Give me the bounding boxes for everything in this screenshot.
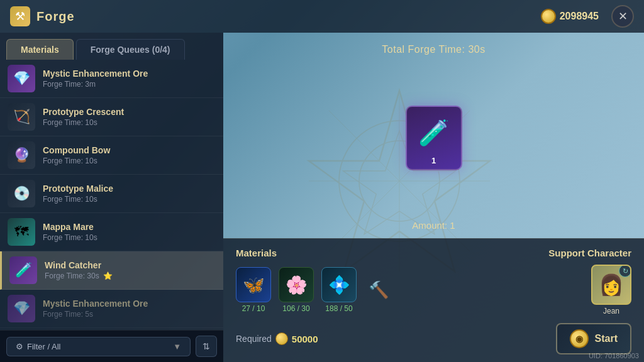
item-info: Prototype Crescent Forge Time: 10s xyxy=(43,107,216,127)
required-coin-icon xyxy=(275,332,288,345)
material-item-butterfly: 🦋 27 / 10 xyxy=(236,267,271,313)
item-list: 💎 Mystic Enhancement Ore Forge Time: 3m … xyxy=(0,60,223,330)
item-icon: 💎 xyxy=(8,295,35,322)
coin-amount: 2098945 xyxy=(560,11,599,22)
amount-label: Amount: 1 xyxy=(223,220,644,238)
item-info: Mystic Enhancement Ore Forge Time: 5s xyxy=(43,299,216,319)
right-panel: Total Forge Time: 30s 🧪 1 Amount: 1 Mate… xyxy=(223,33,644,362)
bottom-panel: Materials Support Character 🦋 27 / 10 🌸 … xyxy=(223,238,644,362)
item-icon: 🏹 xyxy=(8,103,35,131)
coin-icon xyxy=(541,9,556,24)
list-item[interactable]: 🗺 Mappa Mare Forge Time: 10s xyxy=(0,213,223,251)
item-info: Compound Bow Forge Time: 10s xyxy=(43,145,216,165)
material-count-crystal: 188 / 50 xyxy=(325,304,352,313)
item-name: Compound Bow xyxy=(43,145,216,155)
item-forge-time: Forge Time: 10s xyxy=(43,156,216,165)
item-name: Mappa Mare xyxy=(43,222,216,232)
content-area: Materials Forge Queues (0/4) 💎 Mystic En… xyxy=(0,33,644,362)
filter-button[interactable]: ⚙ Filter / All ▼ xyxy=(6,337,191,356)
item-forge-time: Forge Time: 10s xyxy=(43,233,216,242)
left-panel: Materials Forge Queues (0/4) 💎 Mystic En… xyxy=(0,33,223,362)
item-icon: 🧪 xyxy=(9,256,37,284)
material-icon-flower: 🌸 xyxy=(279,267,314,302)
app-title: Forge xyxy=(36,9,541,24)
required-label: Required 50000 xyxy=(236,332,318,345)
required-text: Required xyxy=(236,334,272,344)
preview-card: 🧪 1 xyxy=(406,106,462,170)
forge-icon: ⚒ xyxy=(10,6,30,26)
material-icon-butterfly: 🦋 xyxy=(236,267,271,302)
list-item[interactable]: 💿 Prototype Malice Forge Time: 10s xyxy=(0,175,223,213)
close-button[interactable]: ✕ xyxy=(611,5,634,28)
support-character-refresh-icon: ↻ xyxy=(619,265,631,277)
item-name: Prototype Crescent xyxy=(43,107,216,117)
list-item-wind-catcher[interactable]: 🧪 Wind Catcher Forge Time: 30s ⭐ xyxy=(0,251,223,290)
item-info: Wind Catcher Forge Time: 30s ⭐ xyxy=(45,260,216,280)
item-icon: 💿 xyxy=(8,180,35,207)
preview-card-image: 🧪 xyxy=(413,112,455,155)
item-info: Mappa Mare Forge Time: 10s xyxy=(43,222,216,242)
coins-display: 2098945 xyxy=(541,9,599,24)
item-name: Prototype Malice xyxy=(43,184,216,194)
list-item[interactable]: 🔮 Compound Bow Forge Time: 10s xyxy=(0,136,223,175)
sort-icon: ⇅ xyxy=(203,341,210,351)
support-character-title: Support Character xyxy=(548,248,631,258)
item-forge-time: Forge Time: 30s ⭐ xyxy=(45,272,216,280)
item-info: Prototype Malice Forge Time: 10s xyxy=(43,184,216,204)
item-forge-time: Forge Time: 10s xyxy=(43,195,216,204)
start-button-label: Start xyxy=(595,333,618,344)
filter-arrow-icon: ▼ xyxy=(173,342,181,351)
material-icon-crystal: 💠 xyxy=(321,267,357,302)
item-name: Wind Catcher xyxy=(45,260,216,270)
support-character: 👩 ↻ Jean xyxy=(591,265,631,315)
preview-card-count: 1 xyxy=(431,156,436,165)
required-amount: 50000 xyxy=(292,334,318,344)
list-item[interactable]: 💎 Mystic Enhancement Ore Forge Time: 5s xyxy=(0,290,223,328)
tab-forge-queues[interactable]: Forge Queues (0/4) xyxy=(76,39,185,60)
material-count-butterfly: 27 / 10 xyxy=(242,304,265,313)
start-button[interactable]: ◉ Start xyxy=(556,323,631,354)
item-icon: 🔮 xyxy=(8,141,35,169)
support-character-name: Jean xyxy=(603,307,619,315)
material-count-flower: 106 / 30 xyxy=(282,304,309,313)
item-forge-time: Forge Time: 3m xyxy=(43,80,216,89)
tab-bar: Materials Forge Queues (0/4) xyxy=(0,33,223,60)
item-info: Mystic Enhancement Ore Forge Time: 3m xyxy=(43,69,216,89)
uid-label: UID: 701860903 xyxy=(589,352,639,359)
total-forge-time: Total Forge Time: 30s xyxy=(223,33,644,55)
top-bar: ⚒ Forge 2098945 ✕ xyxy=(0,0,644,33)
filter-label: Filter / All xyxy=(27,342,60,351)
item-name: Mystic Enhancement Ore xyxy=(43,299,216,309)
tab-materials[interactable]: Materials xyxy=(6,39,74,60)
item-icon: 💎 xyxy=(8,65,35,92)
main-container: ⚒ Forge 2098945 ✕ Materials Forge Queues… xyxy=(0,0,644,362)
hammer-icon: 🔨 xyxy=(364,276,393,305)
list-item[interactable]: 🏹 Prototype Crescent Forge Time: 10s xyxy=(0,98,223,136)
filter-icon: ⚙ xyxy=(16,342,23,351)
item-icon: 🗺 xyxy=(8,218,35,246)
material-item-flower: 🌸 106 / 30 xyxy=(279,267,314,313)
sort-button[interactable]: ⇅ xyxy=(196,336,217,357)
item-forge-time: Forge Time: 10s xyxy=(43,118,216,127)
item-name: Mystic Enhancement Ore xyxy=(43,69,216,79)
material-item-crystal: 💠 188 / 50 xyxy=(321,267,357,313)
materials-header: Materials Support Character xyxy=(236,248,631,258)
filter-bar: ⚙ Filter / All ▼ ⇅ xyxy=(0,330,223,362)
list-item[interactable]: 💎 Mystic Enhancement Ore Forge Time: 3m xyxy=(0,60,223,98)
item-forge-time: Forge Time: 5s xyxy=(43,310,216,319)
bottom-footer: Required 50000 ◉ Start xyxy=(236,323,631,354)
materials-row: 🦋 27 / 10 🌸 106 / 30 💠 188 / 50 🔨 xyxy=(236,265,631,315)
support-character-frame: 👩 ↻ xyxy=(591,265,631,305)
item-preview-area: 🧪 1 xyxy=(223,55,644,220)
start-button-icon: ◉ xyxy=(570,329,589,348)
materials-title: Materials xyxy=(236,248,277,258)
